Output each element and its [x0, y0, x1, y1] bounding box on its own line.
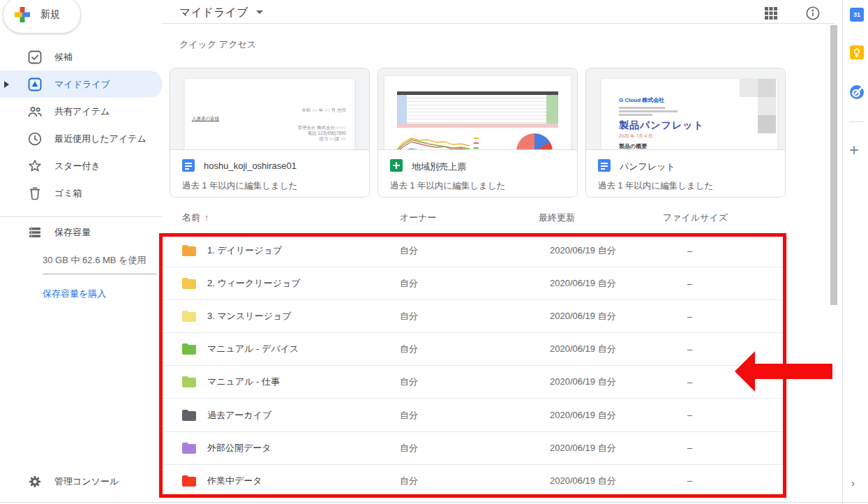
preview-text: 製品の概要	[619, 142, 647, 149]
keep-icon[interactable]	[850, 45, 864, 59]
file-size: –	[687, 311, 692, 322]
folder-icon	[182, 475, 196, 487]
sidebar: 新規 候補 マイドライブ	[0, 0, 163, 504]
file-name: マニュアル - 仕事	[207, 376, 400, 388]
file-name: 外部公開データ	[207, 442, 400, 454]
calendar-icon[interactable]: 31	[850, 8, 864, 22]
sidebar-item-label: 共有アイテム	[54, 105, 110, 118]
sidebar-item-recent[interactable]: 最近使用したアイテム	[0, 125, 163, 152]
document-preview: G Cloud 株式会社 製品パンフレット 2020 年 7月 4 日 製品の概…	[586, 68, 785, 149]
admin-console-label: 管理コンソール	[54, 475, 119, 488]
table-row[interactable]: 2. ウィークリージョブ 自分 2020/06/19 自分 –	[163, 267, 784, 300]
file-size: –	[687, 443, 692, 453]
expand-arrow-icon[interactable]	[4, 81, 9, 88]
sidebar-item-label: マイドライブ	[54, 78, 110, 91]
preview-table	[397, 91, 558, 128]
table-row[interactable]: マニュアル - 仕事 自分 2020/06/19 自分 –	[163, 366, 784, 399]
google-plus-icon	[13, 6, 31, 24]
column-header-size[interactable]: ファイルサイズ	[663, 212, 728, 224]
folder-icon	[182, 343, 196, 355]
column-header-owner[interactable]: オーナー	[400, 212, 437, 224]
new-button[interactable]: 新規	[3, 0, 81, 34]
quick-access-card[interactable]: G Cloud 株式会社 製品パンフレット 2020 年 7月 4 日 製品の概…	[585, 68, 786, 198]
folder-icon	[182, 311, 196, 322]
tasks-icon[interactable]	[850, 85, 864, 99]
side-panel-divider	[842, 0, 843, 504]
sidebar-item-admin-console[interactable]: 管理コンソール	[0, 468, 163, 495]
storage-progress-bar	[43, 273, 157, 275]
sidebar-item-priority[interactable]: 候補	[0, 43, 163, 71]
table-row[interactable]: 3. マンスリージョブ 自分 2020/06/19 自分 –	[163, 300, 784, 333]
collapse-panel-chevron[interactable]: ›	[851, 477, 855, 489]
quick-access-card[interactable]: 地域別売上票 過去 1 年以内に編集しました	[377, 68, 578, 198]
card-subtitle: 過去 1 年以内に編集しました	[598, 180, 713, 192]
page-title[interactable]: マイドライブ	[179, 6, 263, 20]
table-row[interactable]: マニュアル - デバイス 自分 2020/06/19 自分 –	[163, 333, 784, 366]
quick-access-card[interactable]: 令和 ○○ 年 ○○ 月 吉日 入居者の皆様 管理会社 株式会社○○○○ 電話 …	[170, 68, 370, 198]
calendar-date-badge: 31	[853, 11, 860, 18]
file-owner: 自分	[400, 310, 550, 323]
file-name: 1. デイリージョブ	[207, 244, 400, 257]
document-preview: 令和 ○○ 年 ○○ 月 吉日 入居者の皆様 管理会社 株式会社○○○○ 電話 …	[170, 68, 369, 149]
card-title: 地域別売上票	[412, 161, 466, 173]
info-button[interactable]	[805, 5, 821, 22]
people-icon	[27, 103, 43, 120]
column-header-modified[interactable]: 最終更新	[539, 212, 575, 224]
file-size: –	[687, 279, 692, 289]
file-owner: 自分	[400, 277, 550, 290]
preview-text: 2020 年 7月 4 日	[619, 133, 652, 140]
file-modified: 2020/06/19 自分	[550, 409, 687, 422]
side-panel-icon-divider	[849, 121, 865, 122]
file-size: –	[687, 475, 692, 486]
file-size: –	[687, 344, 692, 355]
trash-icon	[27, 185, 43, 202]
window-bottom-border	[0, 502, 868, 503]
folder-icon	[182, 376, 196, 387]
sidebar-item-label: スター付き	[54, 160, 100, 172]
file-modified: 2020/06/19 自分	[550, 244, 687, 257]
scrollbar[interactable]	[830, 25, 837, 305]
folder-icon	[182, 410, 196, 421]
sidebar-item-label: ゴミ箱	[54, 187, 82, 200]
file-modified: 2020/06/19 自分	[550, 310, 687, 323]
sidebar-item-my-drive[interactable]: マイドライブ	[0, 71, 163, 98]
add-addon-button[interactable]: +	[849, 140, 859, 160]
storage-label: 保存容量	[54, 226, 91, 239]
preview-text: 管理会社 株式会社○○○○ 電話 123(456)7890 担当 ○○課 ○○	[297, 125, 346, 142]
sort-ascending-icon: ↑	[204, 213, 209, 223]
file-owner: 自分	[400, 244, 550, 257]
folder-icon	[182, 245, 196, 256]
sidebar-item-label: 最近使用したアイテム	[54, 133, 147, 145]
storage-usage-text: 30 GB 中 62.6 MB を使用	[43, 254, 146, 267]
column-header-name[interactable]: 名前↑	[182, 212, 209, 224]
file-modified: 2020/06/19 自分	[550, 475, 687, 487]
table-row[interactable]: 過去アーカイブ 自分 2020/06/19 自分 –	[163, 399, 784, 431]
table-row[interactable]: 作業中データ 自分 2020/06/19 自分 –	[163, 465, 784, 498]
file-modified: 2020/06/19 自分	[550, 277, 687, 290]
file-owner: 自分	[400, 409, 550, 422]
card-footer: 地域別売上票 過去 1 年以内に編集しました	[378, 149, 577, 197]
sidebar-item-storage[interactable]: 保存容量	[0, 218, 163, 246]
preview-line-chart	[393, 135, 471, 149]
folder-icon	[182, 443, 196, 454]
sidebar-item-trash[interactable]: ゴミ箱	[0, 179, 163, 207]
google-docs-icon	[598, 159, 611, 172]
grid-view-button[interactable]	[763, 5, 779, 22]
sidebar-item-shared[interactable]: 共有アイテム	[0, 98, 163, 125]
sidebar-item-starred[interactable]: スター付き	[0, 152, 163, 179]
file-modified: 2020/06/19 自分	[550, 376, 687, 388]
buy-storage-link[interactable]: 保存容量を購入	[43, 288, 106, 300]
file-name: マニュアル - デバイス	[207, 343, 400, 355]
header-divider	[163, 23, 835, 24]
preview-pie-chart	[516, 133, 553, 149]
table-row[interactable]: 外部公開データ 自分 2020/06/19 自分 –	[163, 432, 784, 465]
file-owner: 自分	[400, 442, 550, 454]
folder-icon	[182, 278, 196, 289]
card-title: パンフレット	[620, 161, 675, 173]
table-row[interactable]: 1. デイリージョブ 自分 2020/06/19 自分 –	[163, 235, 784, 267]
file-name: 2. ウィークリージョブ	[207, 277, 400, 290]
preview-text: 入居者の皆様	[192, 116, 219, 121]
preview-text: 令和 ○○ 年 ○○ 月 吉日	[301, 108, 346, 113]
file-size: –	[687, 246, 692, 256]
file-size: –	[687, 377, 692, 387]
